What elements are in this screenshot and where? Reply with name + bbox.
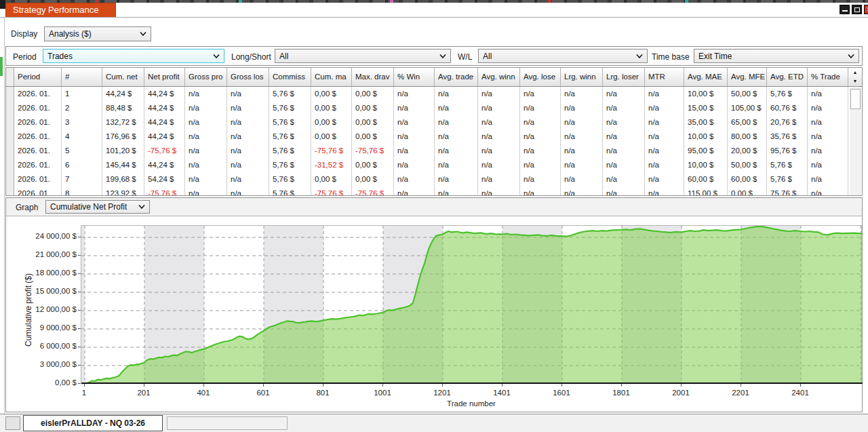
col-header[interactable]: Avg. winn: [478, 68, 520, 86]
row-selector: [6, 101, 14, 115]
col-header[interactable]: Avg. lose: [520, 68, 561, 86]
table-cell: 5,76 $: [269, 186, 311, 196]
x-tick-label: 1201: [433, 389, 451, 397]
col-header[interactable]: Lrg. winn: [561, 68, 603, 86]
table-cell: n/a: [603, 130, 645, 144]
table-cell: n/a: [435, 101, 478, 115]
table-cell: 5,76 $: [767, 87, 808, 101]
col-header[interactable]: Max. drav: [352, 68, 394, 86]
col-header[interactable]: Gross los: [227, 68, 269, 86]
wl-select[interactable]: All: [478, 49, 648, 63]
tab-empty-slot[interactable]: [167, 416, 288, 430]
table-row[interactable]: 2026. 01.288,48 $44,24 $n/an/a5,76 $0,00…: [6, 101, 862, 115]
window-title: Strategy Performance: [13, 5, 98, 15]
table-cell: 65,00 $: [728, 115, 767, 130]
table-row[interactable]: 2026. 01.8123,92 $-75,76 $n/an/a5,76 $-7…: [6, 186, 862, 196]
period-select[interactable]: Trades: [43, 49, 224, 63]
table-cell: n/a: [520, 130, 561, 144]
y-tick-label: 6 000,00 $: [9, 342, 77, 350]
y-tick-mark: [78, 365, 81, 366]
table-cell: n/a: [603, 115, 645, 130]
x-tick-label: 401: [197, 389, 210, 397]
table-cell: 50,00 $: [728, 87, 767, 101]
col-header[interactable]: Lrg. loser: [603, 68, 645, 86]
maximize-button[interactable]: [852, 5, 862, 14]
x-tick-label: 801: [316, 389, 329, 397]
table-cell: 1: [62, 87, 102, 101]
col-header[interactable]: Cum. ma: [311, 68, 352, 86]
chevron-down-icon: [213, 54, 220, 58]
table-row[interactable]: 2026. 01.144,24 $44,24 $n/an/a5,76 $0,00…: [6, 87, 862, 101]
table-cell: 2026. 01.: [14, 144, 62, 158]
col-header[interactable]: % Win: [394, 68, 435, 86]
table-row[interactable]: 2026. 01.7199,68 $54,24 $n/an/a5,76 $0,0…: [6, 172, 862, 186]
col-header[interactable]: % Trade: [808, 68, 848, 86]
table-cell: 0,00 $: [311, 87, 352, 101]
table-row[interactable]: 2026. 01.6145,44 $44,24 $n/an/a5,76 $-31…: [6, 158, 862, 172]
scrollbar-thumb[interactable]: [850, 89, 861, 109]
scroll-up-button[interactable]: ▲: [848, 68, 862, 77]
col-header[interactable]: Avg. MAE: [684, 68, 728, 86]
table-cell: n/a: [394, 144, 435, 158]
col-header[interactable]: #: [62, 68, 102, 86]
wl-label: W/L: [458, 52, 472, 62]
col-header[interactable]: Avg. trade: [435, 68, 478, 86]
table-cell: n/a: [185, 186, 227, 196]
long-short-label: Long/Short: [231, 52, 271, 62]
col-header[interactable]: Avg. MFE: [728, 68, 767, 86]
display-select[interactable]: Analysis ($): [44, 26, 151, 41]
y-tick-label: 12 000,00 $: [9, 305, 77, 313]
table-cell: n/a: [520, 87, 561, 101]
table-cell: n/a: [185, 101, 227, 115]
close-button[interactable]: ✕: [864, 5, 868, 14]
table-cell: n/a: [185, 158, 227, 172]
graph-section: Graph Cumulative Net Profit Cumulative p…: [5, 197, 863, 412]
table-cell: 44,24 $: [144, 158, 185, 172]
table-cell: n/a: [435, 144, 478, 158]
scroll-down-button[interactable]: ▼: [848, 77, 862, 85]
table-row[interactable]: 2026. 01.3132,72 $44,24 $n/an/a5,76 $0,0…: [6, 115, 862, 130]
period-value: Trades: [47, 52, 73, 61]
col-header[interactable]: Avg. ETD: [767, 68, 808, 86]
table-cell: 101,20 $: [102, 144, 144, 158]
table-cell: n/a: [478, 186, 520, 196]
x-tick-mark: [502, 384, 502, 387]
table-scrollbar[interactable]: [850, 87, 861, 196]
graph-select[interactable]: Cumulative Net Profit: [45, 200, 150, 214]
col-header[interactable]: MTR: [645, 68, 684, 86]
table-row[interactable]: 2026. 01.5101,20 $-75,76 $n/an/a5,76 $-7…: [6, 144, 862, 158]
time-base-select[interactable]: Exit Time: [694, 49, 859, 63]
table-cell: 10,00 $: [684, 87, 728, 101]
window-title-tab[interactable]: Strategy Performance: [5, 3, 116, 17]
table-cell: n/a: [645, 158, 684, 172]
y-tick-label: 9 000,00 $: [9, 323, 77, 332]
table-cell: n/a: [808, 101, 848, 115]
minimize-button[interactable]: [840, 5, 850, 14]
table-cell: 0,00 $: [728, 186, 767, 196]
chevron-down-icon: [140, 32, 146, 36]
table-cell: 115,00 $: [684, 186, 728, 196]
wl-value: All: [483, 52, 492, 61]
tab-strategy[interactable]: eislerPrALLDAY - NQ 03-26: [23, 415, 163, 431]
table-cell: n/a: [645, 87, 684, 101]
table-cell: 5,76 $: [269, 158, 311, 172]
col-header[interactable]: Cum. net: [102, 68, 144, 86]
table-scroll-spinner: ▲ ▼: [848, 68, 862, 87]
col-header[interactable]: Net profit: [144, 68, 185, 86]
table-cell: n/a: [645, 115, 684, 130]
x-tick-mark: [800, 384, 801, 387]
col-header[interactable]: Commiss: [269, 68, 311, 86]
table-cell: 0,00 $: [352, 130, 394, 144]
table-cell: n/a: [645, 186, 684, 196]
table-cell: n/a: [435, 87, 478, 101]
long-short-select[interactable]: All: [275, 49, 451, 63]
col-header[interactable]: Gross pro: [185, 68, 227, 86]
col-header[interactable]: Period: [14, 68, 62, 86]
filter-toolbar: Period Trades Long/Short All W/L All Tim…: [5, 46, 863, 66]
tab-scroll-button[interactable]: [5, 416, 20, 430]
table-cell: 0,00 $: [311, 101, 352, 115]
y-tick-mark: [78, 292, 81, 292]
table-cell: n/a: [227, 87, 269, 101]
table-row[interactable]: 2026. 01.4176,96 $44,24 $n/an/a5,76 $0,0…: [6, 130, 862, 144]
table-cell: n/a: [561, 101, 603, 115]
